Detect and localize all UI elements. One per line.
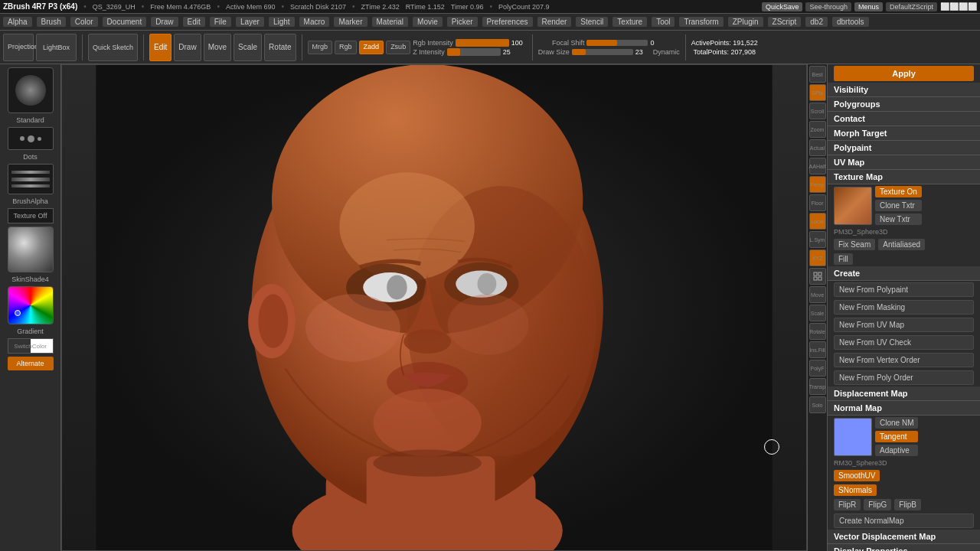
menu-tool[interactable]: Tool	[652, 17, 675, 27]
zoom-btn[interactable]: Zoom	[809, 121, 826, 138]
lsym-btn[interactable]: L.Sym	[809, 231, 826, 248]
new-txtr-btn[interactable]: New Txtr	[875, 214, 922, 225]
standard-brush-preview[interactable]	[8, 67, 54, 113]
rgb-intensity-slider[interactable]	[456, 39, 509, 47]
flip-g-btn[interactable]: FlipG	[864, 499, 891, 510]
brushalpha-preview[interactable]	[8, 164, 54, 194]
vector-displacement-header[interactable]: Vector Displacement Map	[828, 530, 980, 544]
menu-transform[interactable]: Transform	[679, 17, 723, 27]
menu-brush[interactable]: Brush	[37, 17, 66, 27]
flip-r-btn[interactable]: FlipR	[834, 499, 861, 510]
material-sphere[interactable]	[8, 227, 54, 272]
menu-macro[interactable]: Macro	[299, 17, 330, 27]
rotate-icon-btn[interactable]: Rotate	[809, 323, 826, 340]
display-properties-header[interactable]: Display Properties	[828, 544, 980, 551]
new-from-uv-check-btn[interactable]: New From UV Check	[834, 335, 974, 350]
menu-texture[interactable]: Texture	[612, 17, 647, 27]
solo-btn[interactable]: Solo	[809, 396, 826, 413]
see-through-btn[interactable]: See-through	[805, 2, 851, 11]
scale-btn[interactable]: Scale	[234, 34, 262, 61]
menu-zplugin[interactable]: ZPlugin	[728, 17, 763, 27]
texture-map-header[interactable]: Texture Map	[828, 170, 980, 184]
smooth-uv-btn[interactable]: SmoothUV	[834, 470, 880, 481]
flip-b-btn[interactable]: FlipB	[894, 499, 921, 510]
draw-size-slider[interactable]	[572, 49, 633, 55]
tangent-btn[interactable]: Tangent	[875, 431, 918, 442]
scale-icon-btn[interactable]: Scale	[809, 305, 826, 321]
spix-btn[interactable]: SPix	[809, 84, 826, 101]
transp-btn[interactable]: Transp	[809, 378, 826, 395]
rotate-btn[interactable]: Rotate	[264, 34, 296, 61]
create-header[interactable]: Create	[828, 266, 980, 281]
actual-btn[interactable]: Actual	[809, 139, 826, 156]
edit-btn[interactable]: Edit	[149, 34, 172, 61]
quick-save-btn[interactable]: QuickSave	[762, 2, 803, 11]
normal-map-thumbnail[interactable]	[834, 418, 872, 456]
morph-target-header[interactable]: Morph Target	[828, 126, 980, 141]
persp-btn[interactable]: Persp	[809, 176, 826, 193]
visibility-header[interactable]: Visibility	[828, 83, 980, 97]
menu-render[interactable]: Render	[537, 17, 572, 27]
zadd-btn[interactable]: Zadd	[359, 41, 384, 54]
menu-picker[interactable]: Picker	[447, 17, 478, 27]
fill-btn[interactable]: Fill	[834, 253, 853, 265]
menu-file[interactable]: File	[210, 17, 231, 27]
best-btn[interactable]: Best	[809, 66, 826, 83]
displacement-map-header[interactable]: Displacement Map	[828, 386, 980, 401]
texture-off-btn[interactable]: Texture Off	[8, 208, 54, 223]
aahalf-btn[interactable]: AAHalf	[809, 158, 826, 174]
insfill-btn[interactable]: Ins.Fill	[809, 341, 826, 358]
adaptive-btn[interactable]: Adaptive	[875, 445, 918, 456]
uv-map-header[interactable]: UV Map	[828, 155, 980, 170]
scroll-btn[interactable]: Scroll	[809, 103, 826, 119]
normal-map-header[interactable]: Normal Map	[828, 401, 980, 416]
contact-header[interactable]: Contact	[828, 112, 980, 126]
new-from-polypaint-btn[interactable]: New From Polypaint	[834, 282, 974, 297]
menu-dbrtools[interactable]: dbrtools	[832, 17, 869, 27]
create-normal-map-btn[interactable]: Create NormalMap	[834, 514, 974, 528]
antialiased-btn[interactable]: Antialiased	[878, 239, 925, 250]
fix-seam-btn[interactable]: Fix Seam	[834, 239, 875, 250]
texture-thumbnail[interactable]	[834, 187, 872, 225]
menu-document[interactable]: Document	[103, 17, 147, 27]
polypaint-header[interactable]: Polypaint	[828, 141, 980, 155]
draw-btn[interactable]: Draw	[174, 34, 201, 61]
move-btn[interactable]: Move	[204, 34, 231, 61]
texture-on-btn[interactable]: Texture On	[875, 186, 922, 197]
local-btn[interactable]: Local	[809, 213, 826, 230]
default-script-btn[interactable]: DefaultZScript	[886, 2, 937, 11]
menu-preferences[interactable]: Preferences	[482, 17, 533, 27]
menu-marker[interactable]: Marker	[334, 17, 367, 27]
floor-btn[interactable]: Floor	[809, 194, 826, 211]
frame-btn[interactable]	[809, 268, 826, 285]
move-icon-btn[interactable]: Move	[809, 286, 826, 303]
menu-edit[interactable]: Edit	[183, 17, 205, 27]
new-from-masking-btn[interactable]: New From Masking	[834, 300, 974, 315]
new-from-poly-order-btn[interactable]: New From Poly Order	[834, 370, 974, 385]
menu-zscript[interactable]: ZScript	[768, 17, 802, 27]
menu-layer[interactable]: Layer	[236, 17, 264, 27]
polyf-btn[interactable]: PolyF	[809, 360, 826, 377]
menu-draw[interactable]: Draw	[151, 17, 178, 27]
menu-alpha[interactable]: Alpha	[3, 17, 32, 27]
mrgb-btn[interactable]: Mrgb	[308, 41, 333, 54]
z-intensity-slider[interactable]	[447, 48, 501, 56]
menu-light[interactable]: Light	[269, 17, 295, 27]
new-from-vertex-order-btn[interactable]: New From Vertex Order	[834, 353, 974, 367]
menu-material[interactable]: Material	[372, 17, 409, 27]
lightbox-btn[interactable]: LightBox	[36, 34, 77, 61]
snormals-btn[interactable]: SNormals	[834, 484, 877, 496]
alternate-btn[interactable]: Alternate	[8, 357, 54, 370]
dots-brush-preview[interactable]	[8, 127, 54, 150]
switch-color-btn[interactable]: SwitchColor	[8, 338, 54, 354]
menu-color[interactable]: Color	[70, 17, 98, 27]
quick-sketch-btn[interactable]: Quick Sketch	[88, 34, 138, 61]
viewport[interactable]	[61, 64, 807, 551]
new-from-uv-map-btn[interactable]: New From UV Map	[834, 318, 974, 332]
zsub-btn[interactable]: Zsub	[386, 41, 410, 54]
polygroups-header[interactable]: Polygroups	[828, 97, 980, 112]
apply-btn[interactable]: Apply	[834, 66, 974, 81]
clone-nm-btn[interactable]: Clone NM	[875, 417, 918, 429]
rgb-btn[interactable]: Rgb	[335, 41, 357, 54]
clone-txtr-btn[interactable]: Clone Txtr	[875, 200, 922, 211]
